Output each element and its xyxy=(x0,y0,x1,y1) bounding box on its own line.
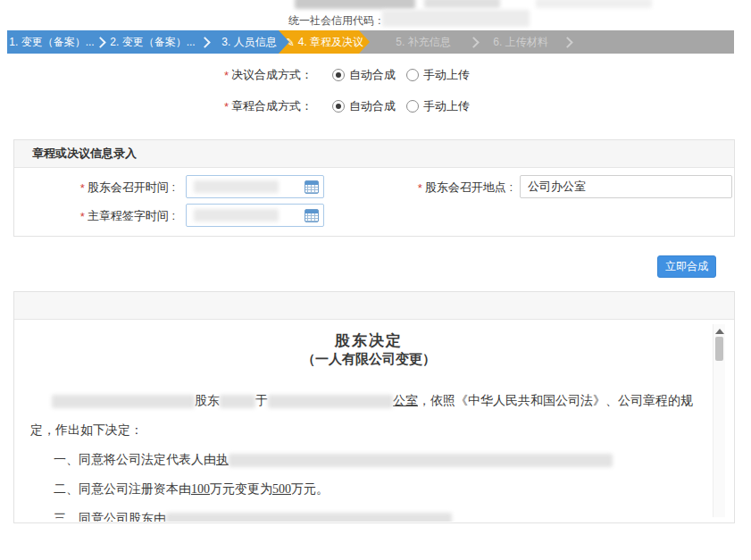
document-preview-panel: 股东决定 （一人有限公司变更） 股东于公室，依照《中华人民共和国公司法》、公司章… xyxy=(13,291,735,523)
redacted-header-text-2 xyxy=(536,0,652,8)
charter-mode-row: * 章程合成方式： 自动合成 手动上传 xyxy=(224,99,470,113)
item2-text-1: 二、同意公司注册资本由 xyxy=(54,482,191,496)
meeting-time-date-input[interactable] xyxy=(186,175,324,198)
decision-item-3: 三、同意公司股东由 xyxy=(30,504,707,522)
entry-form-body: * 股东会召开时间 : * 股东会召开地点 : * 主章程签字时间 : xyxy=(14,168,734,236)
step-6-upload-materials[interactable]: 6. 上传材料 xyxy=(480,30,562,54)
resolution-mode-row: * 决议合成方式： 自动合成 手动上传 xyxy=(224,68,470,82)
redacted-meeting-time-value xyxy=(194,180,279,193)
document-title: 股东决定 xyxy=(30,332,707,350)
document-intro-paragraph: 股东于公室，依照《中华人民共和国公司法》、公司章程的规定，作出如下决定： xyxy=(30,386,707,445)
step-5-supplementary-info[interactable]: 5. 补充信息 xyxy=(379,30,468,54)
document-scrollbar[interactable] xyxy=(713,324,725,517)
intro-shareholder-text: 股东 xyxy=(195,394,220,407)
chevron-right-icon xyxy=(468,37,480,48)
meeting-place-input[interactable] xyxy=(520,175,732,198)
resolution-manual-label: 手动上传 xyxy=(423,67,470,83)
redacted-date-place xyxy=(268,395,393,408)
decision-item-1: 一、同意将公司法定代表人由执 xyxy=(30,445,707,474)
redacted-credit-code-value xyxy=(382,10,530,27)
meeting-time-label: * 股东会召开时间 : xyxy=(23,180,175,196)
redacted-header-text xyxy=(424,0,500,8)
document-subtitle: （一人有限公司变更） xyxy=(30,350,707,368)
step-2-change-filing[interactable]: 2. 变更（备案）... xyxy=(104,30,201,54)
steps-completed-group: 1. 变更（备案）... 2. 变更（备案）... 3. 人员信息 xyxy=(7,30,289,54)
required-asterisk: * xyxy=(80,181,85,195)
item2-amount-to: 500 xyxy=(272,482,291,496)
meeting-time-label-text: 股东会召开时间 : xyxy=(88,180,175,196)
sign-time-date-input[interactable] xyxy=(186,204,324,227)
redacted-legal-rep-change xyxy=(229,454,613,467)
document-preview-body: 股东决定 （一人有限公司变更） 股东于公室，依照《中华人民共和国公司法》、公司章… xyxy=(14,320,734,522)
entry-section-title: 章程或决议信息录入 xyxy=(32,146,137,162)
radio-unselected-icon[interactable] xyxy=(406,69,419,81)
scroll-up-arrow-icon[interactable] xyxy=(715,329,724,334)
charter-auto-label: 自动合成 xyxy=(349,98,396,114)
document-preview-header xyxy=(14,292,734,320)
resolution-mode-label: 决议合成方式： xyxy=(231,67,313,83)
item1-prefix-text: 一、同意将公司法定代表人由 xyxy=(54,453,216,466)
redacted-company-name-inline xyxy=(52,395,195,408)
entry-section-header: 章程或决议信息录入 xyxy=(14,140,734,168)
required-asterisk: * xyxy=(224,69,229,82)
credit-code-label: 统一社会信用代码： xyxy=(288,13,385,29)
chevron-right-icon xyxy=(562,37,573,48)
step-progress-bar: 1. 变更（备案）... 2. 变更（备案）... 3. 人员信息 4. 章程及… xyxy=(7,30,734,54)
step-3-personnel-info[interactable]: 3. 人员信息 xyxy=(209,30,289,54)
resolution-auto-radio[interactable]: 自动合成 xyxy=(332,67,396,83)
sign-time-label-text: 主章程签字时间 : xyxy=(88,208,175,224)
intro-at-text: 于 xyxy=(255,394,268,407)
step-4-label: 4. 章程及决议 xyxy=(298,35,363,50)
charter-resolution-entry-panel: 章程或决议信息录入 * 股东会召开时间 : * 股东会召开地点 : * 主章程签… xyxy=(13,139,735,237)
meeting-place-label-text: 股东会召开地点 : xyxy=(425,180,513,196)
redacted-shareholder-name xyxy=(220,395,255,408)
item3-prefix-text: 三、同意公司股东由 xyxy=(54,512,166,522)
item2-text-2: 万元变更为 xyxy=(210,482,272,496)
charter-mode-label: 章程合成方式： xyxy=(231,98,313,114)
calendar-icon[interactable] xyxy=(305,180,319,194)
step-1-change-filing[interactable]: 1. 变更（备案）... xyxy=(7,30,96,54)
charter-manual-label: 手动上传 xyxy=(423,98,470,114)
required-asterisk: * xyxy=(418,181,422,195)
step-4-charter-resolution-current[interactable]: 4. 章程及决议 xyxy=(279,30,370,54)
item1-underlined: 执 xyxy=(216,453,229,466)
calendar-icon[interactable] xyxy=(305,209,319,222)
item2-text-3: 万元。 xyxy=(291,482,329,496)
synthesize-now-button[interactable]: 立即合成 xyxy=(657,255,716,278)
scrollbar-thumb[interactable] xyxy=(715,337,723,361)
charter-auto-radio[interactable]: 自动合成 xyxy=(332,98,396,114)
required-asterisk: * xyxy=(80,210,85,223)
item2-amount-from: 100 xyxy=(191,482,210,496)
radio-selected-icon[interactable] xyxy=(332,69,345,81)
sign-time-label: * 主章程签字时间 : xyxy=(23,208,175,224)
intro-office-underlined: 公室 xyxy=(393,394,418,407)
redacted-shareholder-change xyxy=(166,513,452,522)
decision-item-2: 二、同意公司注册资本由100万元变更为500万元。 xyxy=(30,474,707,504)
meeting-place-label: * 股东会召开地点 : xyxy=(389,180,513,196)
resolution-manual-radio[interactable]: 手动上传 xyxy=(406,67,470,83)
redacted-sign-time-value xyxy=(194,209,279,221)
radio-unselected-icon[interactable] xyxy=(406,100,419,113)
radio-selected-icon[interactable] xyxy=(332,100,345,113)
redacted-company-name xyxy=(295,0,415,9)
resolution-auto-label: 自动合成 xyxy=(349,67,396,83)
required-asterisk: * xyxy=(224,100,229,113)
charter-manual-radio[interactable]: 手动上传 xyxy=(406,98,470,114)
steps-pending-group: 5. 补充信息 6. 上传材料 xyxy=(379,30,573,54)
